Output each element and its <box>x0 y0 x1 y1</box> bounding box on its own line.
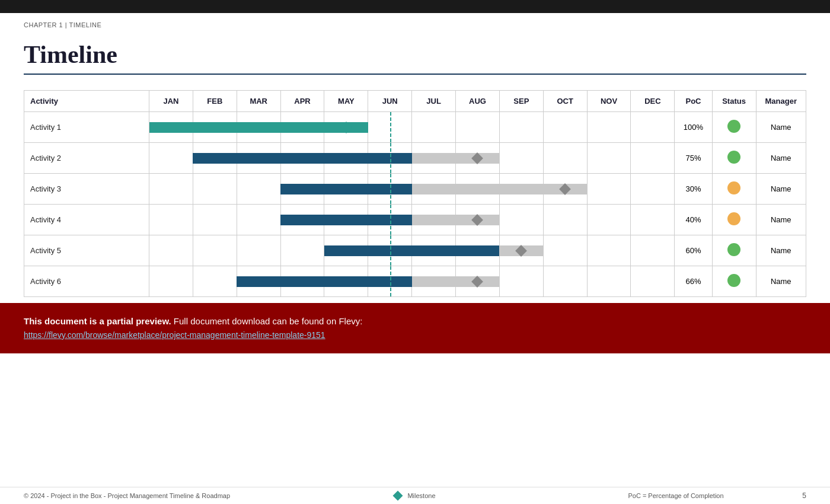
month-cell-oct-row0 <box>543 112 587 143</box>
status-dot <box>727 151 740 164</box>
month-cell-dec-row3 <box>631 205 675 235</box>
status-cell <box>712 205 756 235</box>
activity-name-cell: Activity 4 <box>24 205 149 235</box>
chapter-label: CHAPTER 1 | TIMELINE <box>24 21 101 28</box>
col-activity: Activity <box>24 91 149 112</box>
status-cell <box>712 174 756 205</box>
table-wrapper: Activity JAN FEB MAR APR MAY JUN JUL AUG… <box>24 90 806 297</box>
month-cell-jan-row5 <box>149 266 193 297</box>
preview-text: This document is a partial preview. Full… <box>24 316 806 326</box>
month-cell-dec-row5 <box>631 266 675 297</box>
month-cell-oct-row4 <box>543 235 587 266</box>
col-jun: JUN <box>368 91 412 112</box>
preview-banner: This document is a partial preview. Full… <box>0 303 830 353</box>
status-dot <box>727 212 740 225</box>
main-content: Activity JAN FEB MAR APR MAY JUN JUL AUG… <box>0 84 830 297</box>
activity-name-cell: Activity 2 <box>24 143 149 174</box>
month-cell-nov-row2 <box>587 174 631 205</box>
milestone-diamond-icon <box>393 491 403 501</box>
status-dot <box>727 120 740 133</box>
month-cell-dec-row0 <box>631 112 675 143</box>
month-cell-apr-row4 <box>280 235 324 266</box>
gantt-bar-row2 <box>280 184 412 194</box>
footer-legend: Milestone <box>285 492 545 499</box>
month-cell-mar-row3 <box>237 205 280 235</box>
month-cell-oct-row3 <box>543 205 587 235</box>
month-cell-mar-row4 <box>237 235 280 266</box>
preview-bold: This document is a partial preview. <box>24 316 171 326</box>
manager-cell: Name <box>756 266 806 297</box>
month-cell-jan-row4 <box>149 235 193 266</box>
month-cell-oct-row1 <box>543 143 587 174</box>
month-cell-nov-row3 <box>587 205 631 235</box>
page-footer: © 2024 - Project in the Box - Project Ma… <box>0 487 830 504</box>
col-mar: MAR <box>237 91 280 112</box>
col-manager: Manager <box>756 91 806 112</box>
poc-cell: 66% <box>675 266 712 297</box>
activity-name-cell: Activity 5 <box>24 235 149 266</box>
month-cell-nov-row1 <box>587 143 631 174</box>
gantt-bar-row3 <box>280 215 412 225</box>
col-oct: OCT <box>543 91 587 112</box>
page-title: Timeline <box>24 40 806 69</box>
gantt-bar-row4 <box>324 245 499 256</box>
month-cell-nov-row5 <box>587 266 631 297</box>
month-cell-feb-row2 <box>193 174 237 205</box>
month-cell-oct-row5 <box>543 266 587 297</box>
col-nov: NOV <box>587 91 631 112</box>
month-cell-jan-row2 <box>149 174 193 205</box>
month-cell-feb-row3 <box>193 205 237 235</box>
col-may: MAY <box>324 91 368 112</box>
col-jul: JUL <box>412 91 456 112</box>
poc-cell: 100% <box>675 112 712 143</box>
month-cell-aug-row0 <box>456 112 500 143</box>
preview-link[interactable]: https://flevy.com/browse/marketplace/pro… <box>24 330 325 340</box>
table-row: Activity 1100%Name <box>24 112 806 143</box>
manager-cell: Name <box>756 174 806 205</box>
activity-name-cell: Activity 6 <box>24 266 149 297</box>
col-poc: PoC <box>675 91 712 112</box>
poc-cell: 40% <box>675 205 712 235</box>
month-cell-sep-row3 <box>499 205 543 235</box>
milestone-label: Milestone <box>407 492 435 499</box>
footer-copyright: © 2024 - Project in the Box - Project Ma… <box>24 492 285 499</box>
activity-name-cell: Activity 1 <box>24 112 149 143</box>
poc-cell: 60% <box>675 235 712 266</box>
gantt-bar-row0 <box>149 122 368 133</box>
preview-subtext: Full document download can be found on F… <box>174 316 363 326</box>
month-cell-jan-row3 <box>149 205 193 235</box>
month-cell-sep-row5 <box>499 266 543 297</box>
status-cell <box>712 235 756 266</box>
col-feb: FEB <box>193 91 237 112</box>
month-cell-dec-row4 <box>631 235 675 266</box>
footer-poc-label: PoC = Percentage of Completion <box>545 492 806 499</box>
col-aug: AUG <box>456 91 500 112</box>
poc-cell: 30% <box>675 174 712 205</box>
col-jan: JAN <box>149 91 193 112</box>
month-cell-dec-row2 <box>631 174 675 205</box>
status-cell <box>712 266 756 297</box>
month-cell-sep-row0 <box>499 112 543 143</box>
col-sep: SEP <box>499 91 543 112</box>
month-cell-feb-row4 <box>193 235 237 266</box>
manager-cell: Name <box>756 112 806 143</box>
header-row: Activity JAN FEB MAR APR MAY JUN JUL AUG… <box>24 91 806 112</box>
manager-cell: Name <box>756 143 806 174</box>
month-cell-nov-row4 <box>587 235 631 266</box>
chapter-header: CHAPTER 1 | TIMELINE <box>0 13 830 34</box>
month-cell-jun-row0 <box>368 112 412 143</box>
manager-cell: Name <box>756 235 806 266</box>
col-dec: DEC <box>631 91 675 112</box>
activity-name-cell: Activity 3 <box>24 174 149 205</box>
month-cell-feb-row5 <box>193 266 237 297</box>
month-cell-nov-row0 <box>587 112 631 143</box>
status-cell <box>712 112 756 143</box>
status-dot <box>727 181 740 194</box>
month-cell-dec-row1 <box>631 143 675 174</box>
footer-page-number: 5 <box>802 492 806 500</box>
top-bar <box>0 0 830 13</box>
col-apr: APR <box>280 91 324 112</box>
manager-cell: Name <box>756 205 806 235</box>
status-dot <box>727 274 740 287</box>
poc-cell: 75% <box>675 143 712 174</box>
